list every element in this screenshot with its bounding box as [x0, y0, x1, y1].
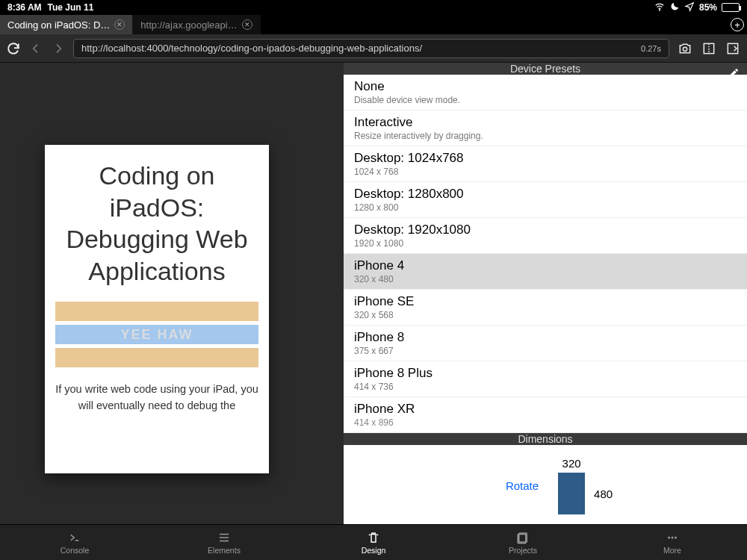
- preset-item[interactable]: Desktop: 1280x8001280 x 800: [344, 182, 747, 218]
- battery-icon: [722, 3, 740, 12]
- preset-item[interactable]: iPhone SE320 x 568: [344, 290, 747, 326]
- dnd-moon-icon: [669, 1, 680, 14]
- svg-point-0: [659, 9, 660, 10]
- preset-sub: 414 x 896: [354, 417, 737, 428]
- preset-name: iPhone 4: [354, 258, 737, 273]
- screenshot-icon[interactable]: [677, 40, 693, 57]
- status-date: Tue Jun 11: [48, 2, 94, 13]
- preset-sub: 414 x 736: [354, 382, 737, 392]
- preset-name: iPhone 8 Plus: [354, 366, 737, 381]
- back-icon[interactable]: [28, 41, 43, 56]
- url-bar: http://localhost:4000/technology/coding-…: [0, 34, 747, 63]
- dimension-width: 320: [562, 457, 581, 470]
- status-bar: 8:36 AM Tue Jun 11 85%: [0, 0, 747, 15]
- location-icon: [684, 1, 695, 14]
- tab-title: Coding on iPadOS: D…: [7, 19, 110, 31]
- browser-tab-0[interactable]: Coding on iPadOS: D… ✕: [0, 15, 133, 34]
- svg-point-1: [683, 47, 686, 51]
- dimension-height: 480: [594, 488, 613, 500]
- dimension-diagram: 320 480: [558, 457, 585, 514]
- rotate-button[interactable]: Rotate: [506, 479, 539, 492]
- tab-title: http://ajax.googleapi…: [140, 19, 237, 31]
- page-body: If you write web code using your iPad, y…: [55, 381, 258, 414]
- forward-icon[interactable]: [51, 41, 66, 56]
- preset-name: Desktop: 1024x768: [354, 151, 737, 166]
- edit-presets-icon[interactable]: [728, 67, 740, 79]
- bottom-tab-elements[interactable]: Elements: [149, 525, 299, 560]
- preset-sub: Resize interactively by dragging.: [354, 131, 737, 141]
- tab-bar: Coding on iPadOS: D… ✕ http://ajax.googl…: [0, 15, 747, 34]
- svg-point-14: [675, 536, 677, 538]
- preset-item[interactable]: iPhone 8 Plus414 x 736: [344, 361, 747, 397]
- battery-percent: 85%: [699, 2, 717, 13]
- page-title: Coding on iPadOS: Debugging Web Applicat…: [55, 160, 258, 287]
- preset-sub: 320 x 480: [354, 274, 737, 284]
- preset-item[interactable]: iPhone 4320 x 480: [344, 254, 747, 290]
- close-tab-icon[interactable]: ✕: [114, 19, 125, 30]
- device-presets-heading: Device Presets: [344, 63, 747, 75]
- badge-text: YEE HAW: [55, 325, 258, 344]
- device-frame: Coding on iPadOS: Debugging Web Applicat…: [45, 145, 269, 473]
- preset-item[interactable]: iPhone 8375 x 667: [344, 326, 747, 361]
- preset-item[interactable]: Desktop: 1920x10801920 x 1080: [344, 218, 747, 254]
- browser-tab-1[interactable]: http://ajax.googleapi… ✕: [133, 15, 260, 34]
- preset-name: Desktop: 1920x1080: [354, 223, 737, 237]
- bottom-tab-design[interactable]: Design: [299, 525, 448, 560]
- panel-icon[interactable]: [725, 40, 741, 57]
- load-time: 0.27s: [641, 44, 661, 53]
- preset-name: None: [354, 79, 737, 94]
- bottom-tab-console[interactable]: Console: [0, 525, 149, 560]
- preset-item[interactable]: iPhone XR414 x 896: [344, 397, 747, 433]
- preset-item[interactable]: InteractiveResize interactively by dragg…: [344, 111, 747, 146]
- svg-point-12: [668, 536, 670, 538]
- preset-sub: 375 x 667: [354, 346, 737, 356]
- preset-sub: 1920 x 1080: [354, 238, 737, 249]
- url-input[interactable]: http://localhost:4000/technology/coding-…: [73, 39, 669, 58]
- preset-name: Desktop: 1280x800: [354, 187, 737, 202]
- preset-item[interactable]: Desktop: 1024x7681024 x 768: [344, 146, 747, 182]
- preset-item[interactable]: NoneDisable device view mode.: [344, 75, 747, 111]
- bottom-tab-more[interactable]: More: [598, 525, 747, 560]
- url-text: http://localhost:4000/technology/coding-…: [81, 43, 633, 54]
- bottom-bar: Console Elements Design Projects More: [0, 524, 747, 560]
- new-tab-button[interactable]: +: [728, 15, 747, 34]
- wifi-icon: [654, 1, 665, 14]
- close-tab-icon[interactable]: ✕: [242, 19, 252, 30]
- preset-list[interactable]: NoneDisable device view mode.Interactive…: [344, 75, 747, 433]
- preset-name: iPhone 8: [354, 330, 737, 345]
- preset-sub: 1280 x 800: [354, 202, 737, 213]
- status-time: 8:36 AM: [7, 2, 42, 13]
- preset-sub: 320 x 568: [354, 310, 737, 320]
- layout-icon[interactable]: [701, 40, 717, 57]
- svg-rect-9: [371, 534, 376, 542]
- preset-sub: Disable device view mode.: [354, 95, 737, 105]
- bottom-tab-projects[interactable]: Projects: [448, 525, 598, 560]
- preset-name: Interactive: [354, 115, 737, 130]
- preset-name: iPhone XR: [354, 402, 737, 417]
- preset-sub: 1024 x 768: [354, 167, 737, 177]
- reload-icon[interactable]: [6, 41, 21, 56]
- badge-block: YEE HAW: [55, 302, 258, 367]
- preset-name: iPhone SE: [354, 294, 737, 309]
- svg-point-13: [672, 536, 674, 538]
- inspector-panel: Device Presets NoneDisable device view m…: [344, 63, 747, 524]
- preview-canvas[interactable]: Coding on iPadOS: Debugging Web Applicat…: [0, 63, 344, 524]
- plus-icon: +: [731, 18, 744, 31]
- dimensions-heading: Dimensions: [344, 433, 747, 445]
